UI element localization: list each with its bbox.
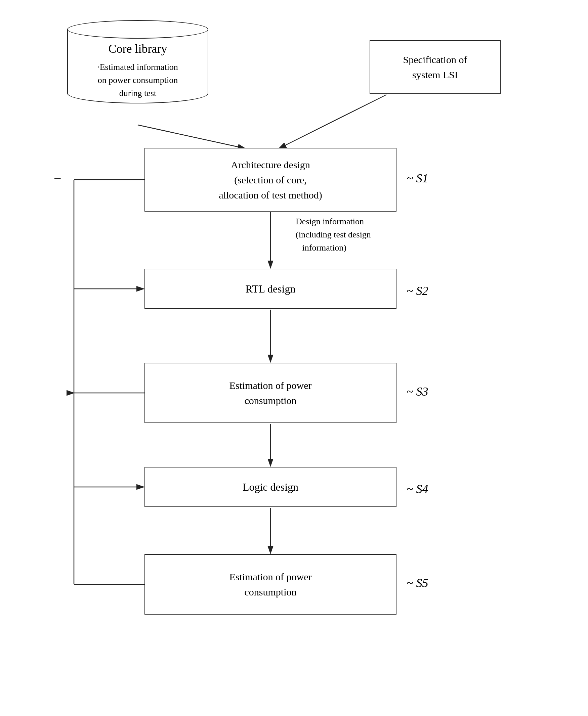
core-library-subtitle: ·Estimated informationon power consumpti…	[98, 61, 178, 100]
cylinder-body: Core library ·Estimated informationon po…	[67, 29, 208, 104]
architecture-design-label: Architecture design(selection of core,al…	[219, 157, 322, 202]
core-library-cylinder: Core library ·Estimated informationon po…	[67, 20, 208, 124]
estimation2-label: Estimation of powerconsumption	[230, 569, 312, 600]
step-s2-label: ~ S2	[406, 284, 428, 298]
svg-line-2	[138, 125, 245, 148]
cylinder-top	[67, 20, 208, 39]
svg-line-3	[279, 95, 386, 148]
step-s5-label: ~ S5	[406, 576, 428, 590]
step-s4-label: ~ S4	[406, 482, 428, 496]
specification-box: Specification ofsystem LSI	[370, 40, 501, 94]
design-info-label: Design information(including test design…	[296, 215, 371, 254]
estimation2-box: Estimation of powerconsumption	[145, 554, 397, 614]
rtl-design-label: RTL design	[246, 281, 296, 297]
estimation1-box: Estimation of powerconsumption	[145, 363, 397, 423]
logic-design-box: Logic design	[145, 467, 397, 507]
logic-design-label: Logic design	[243, 479, 298, 495]
cylinder-text: Core library ·Estimated informationon po…	[94, 40, 182, 100]
estimation1-label: Estimation of powerconsumption	[230, 378, 312, 408]
step-s3-label: ~ S3	[406, 385, 428, 399]
architecture-design-box: Architecture design(selection of core,al…	[145, 148, 397, 212]
step-s1-label: ~ S1	[406, 171, 428, 186]
svg-text:−: −	[54, 171, 62, 186]
rtl-design-box: RTL design	[145, 269, 397, 309]
diagram-container: − Core library ·Estimated informationon …	[0, 0, 588, 716]
specification-label: Specification ofsystem LSI	[403, 52, 467, 82]
core-library-title: Core library	[98, 40, 178, 58]
